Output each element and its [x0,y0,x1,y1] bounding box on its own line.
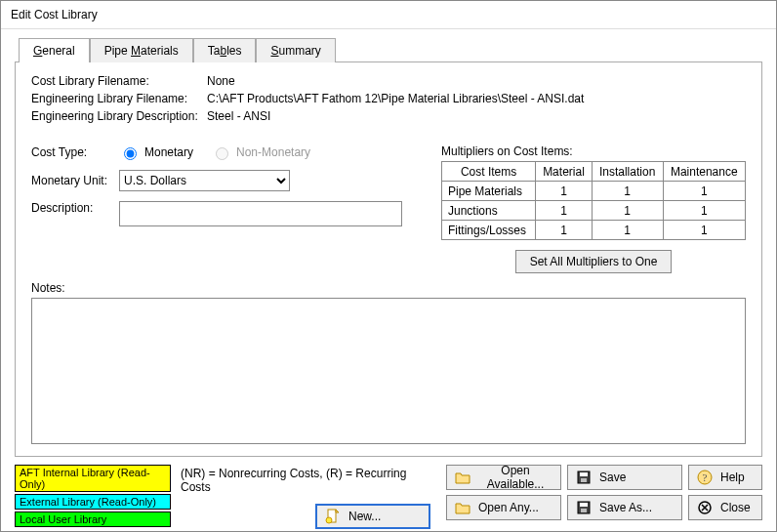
close-icon [697,500,713,515]
table-row: Junctions 1 1 1 [442,201,746,221]
tab-text: les [226,44,241,58]
tab-pipe-materials[interactable]: Pipe Materials [90,38,193,62]
monetary-radio-label[interactable]: Monetary [119,144,193,160]
multipliers-table: Cost Items Material Installation Mainten… [441,161,746,240]
col-material: Material [536,162,593,182]
cell-maintenance[interactable]: 1 [663,201,746,221]
info-row: Cost Library Filename: None [31,74,746,88]
new-button-wrap: New... [181,504,436,529]
cell-installation[interactable]: 1 [592,201,663,221]
engineering-library-description-value: Steel - ANSI [207,109,270,123]
description-input[interactable] [119,201,402,226]
new-file-icon [325,509,341,524]
svg-point-1 [326,517,332,523]
edit-cost-library-window: Edit Cost Library General Pipe Materials… [0,0,777,532]
help-icon: ? [697,470,713,485]
cell-material[interactable]: 1 [536,201,593,221]
save-icon [576,500,592,515]
folder-open-icon [455,500,470,515]
window-content: General Pipe Materials Tables Summary Co… [1,29,776,532]
non-monetary-radio-label: Non-Monetary [211,144,310,160]
button-label: Save As... [599,501,652,514]
left-column: Cost Type: Monetary Non-Monetary [31,144,422,273]
mid-section: Cost Type: Monetary Non-Monetary [31,144,746,273]
monetary-unit-label: Monetary Unit: [31,174,119,187]
tab-text: eneral [42,44,74,58]
button-label: Open Available... [478,464,552,491]
legend-external: External Library (Read-Only) [15,494,171,510]
svg-rect-8 [580,503,588,507]
cell-name: Fittings/Losses [442,221,536,240]
right-column: Multipliers on Cost Items: Cost Items Ma… [441,144,746,273]
multipliers-title: Multipliers on Cost Items: [441,144,746,158]
cell-name: Pipe Materials [442,182,536,201]
table-row: Fittings/Losses 1 1 1 [442,221,746,240]
info-row: Engineering Library Description: Steel -… [31,109,746,123]
svg-rect-3 [580,472,588,476]
cost-type-row: Cost Type: Monetary Non-Monetary [31,144,422,160]
cost-type-label: Cost Type: [31,145,119,159]
button-label: Close [720,501,751,514]
tab-hotkey: M [131,44,141,58]
cost-type-radio-group: Monetary Non-Monetary [119,144,310,160]
new-button[interactable]: New... [315,504,430,529]
cell-maintenance[interactable]: 1 [663,221,746,240]
tabstrip: General Pipe Materials Tables Summary [19,37,762,61]
notes-label: Notes: [31,281,746,295]
svg-rect-4 [581,478,587,482]
cost-library-filename-label: Cost Library Filename: [31,74,207,88]
save-as-button[interactable]: Save As... [567,495,682,520]
cell-maintenance[interactable]: 1 [663,182,746,201]
button-label: New... [348,510,381,523]
notes-textarea[interactable] [31,298,746,444]
footer: AFT Internal Library (Read-Only) Externa… [15,465,762,529]
legend-internal: AFT Internal Library (Read-Only) [15,465,171,492]
legend-note: (NR) = Nonrecurring Costs, (R) = Recurri… [181,467,436,494]
tab-summary[interactable]: Summary [256,38,335,62]
description-label: Description: [31,201,119,215]
button-label: Open Any... [478,501,539,514]
open-any-button[interactable]: Open Any... [446,495,561,520]
tab-text: aterials [141,44,179,58]
monetary-radio[interactable] [124,147,137,160]
tab-text: Ta [208,44,221,58]
tab-text: ummary [278,44,320,58]
radio-text: Non-Monetary [236,145,310,159]
footer-mid: (NR) = Nonrecurring Costs, (R) = Recurri… [181,465,436,529]
button-label: Help [720,471,745,484]
open-available-button[interactable]: Open Available... [446,465,561,490]
set-all-row: Set All Multipliers to One [441,250,746,273]
col-cost-items: Cost Items [442,162,536,182]
description-row: Description: [31,201,422,226]
legend: AFT Internal Library (Read-Only) Externa… [15,465,171,527]
svg-rect-9 [581,509,587,512]
button-grid: Open Available... Save ? Help [446,465,762,520]
engineering-library-filename-value: C:\AFT Products\AFT Fathom 12\Pipe Mater… [207,92,584,105]
window-title: Edit Cost Library [1,1,776,29]
info-row: Engineering Library Filename: C:\AFT Pro… [31,92,746,105]
cell-material[interactable]: 1 [536,221,593,240]
cost-library-filename-value: None [207,74,235,88]
engineering-library-description-label: Engineering Library Description: [31,109,207,123]
cell-name: Junctions [442,201,536,221]
legend-local: Local User Library [15,512,171,527]
help-button[interactable]: ? Help [688,465,762,490]
save-button[interactable]: Save [567,465,682,490]
col-maintenance: Maintenance [663,162,746,182]
svg-text:?: ? [703,471,708,483]
tab-general[interactable]: General [19,38,90,62]
cell-material[interactable]: 1 [536,182,593,201]
set-all-multipliers-button[interactable]: Set All Multipliers to One [515,250,673,273]
engineering-library-filename-label: Engineering Library Filename: [31,92,207,105]
tab-tables[interactable]: Tables [193,38,257,62]
monetary-unit-select[interactable]: U.S. Dollars [119,170,290,191]
non-monetary-radio [216,147,228,160]
cell-installation[interactable]: 1 [592,182,663,201]
monetary-unit-row: Monetary Unit: U.S. Dollars [31,170,422,191]
save-icon [576,470,592,485]
folder-open-icon [455,470,470,485]
tab-hotkey: G [33,44,42,58]
cell-installation[interactable]: 1 [592,221,663,240]
col-installation: Installation [592,162,663,182]
close-button[interactable]: Close [688,495,762,520]
